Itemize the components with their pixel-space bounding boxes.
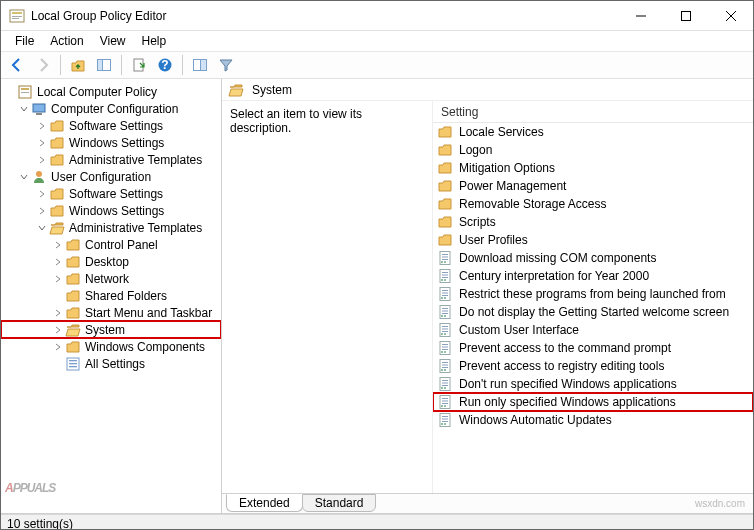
chevron-down-icon[interactable] <box>17 102 31 116</box>
folder-icon <box>437 178 453 194</box>
svg-rect-64 <box>442 367 448 368</box>
list-item[interactable]: Restrict these programs from being launc… <box>433 285 753 303</box>
list-item[interactable]: Logon <box>433 141 753 159</box>
toolbar: ? <box>1 51 753 79</box>
list-item-label: Prevent access to the command prompt <box>459 341 671 355</box>
chevron-right-icon[interactable] <box>35 204 49 218</box>
help-button[interactable]: ? <box>153 53 177 77</box>
list-item[interactable]: Custom User Interface <box>433 321 753 339</box>
svg-rect-1 <box>12 12 22 14</box>
list-item[interactable]: Power Management <box>433 177 753 195</box>
list-item[interactable]: Run only specified Windows applications <box>433 393 753 411</box>
tree-uc-software-settings[interactable]: Software Settings <box>1 185 221 202</box>
tree-uc-windows-settings[interactable]: Windows Settings <box>1 202 221 219</box>
tree-label: Windows Settings <box>69 136 164 150</box>
list-item[interactable]: Don't run specified Windows applications <box>433 375 753 393</box>
tree-user-configuration[interactable]: User Configuration <box>1 168 221 185</box>
tab-extended[interactable]: Extended <box>226 494 303 512</box>
twisty-spacer <box>51 357 65 371</box>
tree-label: Start Menu and Taskbar <box>85 306 212 320</box>
chevron-down-icon[interactable] <box>3 85 17 99</box>
tree-root[interactable]: Local Computer Policy <box>1 83 221 100</box>
svg-rect-75 <box>442 401 448 402</box>
filter-button[interactable] <box>214 53 238 77</box>
list-item[interactable]: Download missing COM components <box>433 249 753 267</box>
back-button[interactable] <box>5 53 29 77</box>
list-item[interactable]: Do not display the Getting Started welco… <box>433 303 753 321</box>
chevron-down-icon[interactable] <box>17 170 31 184</box>
chevron-right-icon[interactable] <box>35 119 49 133</box>
list-item[interactable]: Removable Storage Access <box>433 195 753 213</box>
chevron-right-icon[interactable] <box>51 272 65 286</box>
maximize-button[interactable] <box>663 1 708 30</box>
svg-text:?: ? <box>161 58 168 72</box>
chevron-right-icon[interactable] <box>35 187 49 201</box>
svg-rect-56 <box>442 344 448 345</box>
window-title: Local Group Policy Editor <box>31 9 618 23</box>
list-item[interactable]: Century interpretation for Year 2000 <box>433 267 753 285</box>
list-item[interactable]: Locale Services <box>433 123 753 141</box>
chevron-right-icon[interactable] <box>51 323 65 337</box>
folder-open-icon <box>228 82 244 98</box>
svg-rect-32 <box>442 272 448 273</box>
list-item[interactable]: Prevent access to registry editing tools <box>433 357 753 375</box>
tree-start-menu-taskbar[interactable]: Start Menu and Taskbar <box>1 304 221 321</box>
tree-cc-windows-settings[interactable]: Windows Settings <box>1 134 221 151</box>
chevron-right-icon[interactable] <box>51 255 65 269</box>
tree-network[interactable]: Network <box>1 270 221 287</box>
folder-icon <box>437 124 453 140</box>
svg-rect-62 <box>442 362 448 363</box>
folder-icon <box>65 305 81 321</box>
details-pane-button[interactable] <box>188 53 212 77</box>
list-item[interactable]: Mitigation Options <box>433 159 753 177</box>
tree-shared-folders[interactable]: Shared Folders <box>1 287 221 304</box>
details-pane: System Select an item to view its descri… <box>222 79 753 513</box>
svg-rect-38 <box>442 290 448 291</box>
svg-point-59 <box>441 351 443 353</box>
folder-icon <box>49 186 65 202</box>
menu-file[interactable]: File <box>7 32 42 50</box>
list-item[interactable]: Scripts <box>433 213 753 231</box>
minimize-button[interactable] <box>618 1 663 30</box>
menu-view[interactable]: View <box>92 32 134 50</box>
tree-windows-components[interactable]: Windows Components <box>1 338 221 355</box>
export-list-button[interactable] <box>127 53 151 77</box>
list-item-label: Download missing COM components <box>459 251 656 265</box>
svg-rect-14 <box>201 60 207 71</box>
policy-icon <box>437 268 453 284</box>
list-item[interactable]: User Profiles <box>433 231 753 249</box>
tree-system[interactable]: System <box>1 321 221 338</box>
svg-point-65 <box>441 369 443 371</box>
tree-computer-configuration[interactable]: Computer Configuration <box>1 100 221 117</box>
tree-all-settings[interactable]: All Settings <box>1 355 221 372</box>
policy-icon <box>437 394 453 410</box>
forward-button[interactable] <box>31 53 55 77</box>
chevron-right-icon[interactable] <box>51 238 65 252</box>
chevron-right-icon[interactable] <box>51 340 65 354</box>
up-level-button[interactable] <box>66 53 90 77</box>
menu-action[interactable]: Action <box>42 32 91 50</box>
tree-cc-admin-templates[interactable]: Administrative Templates <box>1 151 221 168</box>
chevron-right-icon[interactable] <box>51 306 65 320</box>
show-hide-tree-button[interactable] <box>92 53 116 77</box>
settings-list[interactable]: Locale ServicesLogonMitigation OptionsPo… <box>433 123 753 493</box>
tab-standard[interactable]: Standard <box>302 494 377 512</box>
column-header-setting[interactable]: Setting <box>433 101 753 123</box>
chevron-right-icon[interactable] <box>35 153 49 167</box>
svg-rect-82 <box>442 421 448 422</box>
policy-tree[interactable]: Local Computer Policy Computer Configura… <box>1 83 221 372</box>
tree-uc-admin-templates[interactable]: Administrative Templates <box>1 219 221 236</box>
folder-icon <box>437 160 453 176</box>
tree-control-panel[interactable]: Control Panel <box>1 236 221 253</box>
toolbar-separator <box>121 55 122 75</box>
tree-cc-software-settings[interactable]: Software Settings <box>1 117 221 134</box>
chevron-down-icon[interactable] <box>35 221 49 235</box>
tree-label: Control Panel <box>85 238 158 252</box>
chevron-right-icon[interactable] <box>35 136 49 150</box>
list-item[interactable]: Prevent access to the command prompt <box>433 339 753 357</box>
menu-help[interactable]: Help <box>134 32 175 50</box>
tree-desktop[interactable]: Desktop <box>1 253 221 270</box>
main-area: Local Computer Policy Computer Configura… <box>1 79 753 514</box>
close-button[interactable] <box>708 1 753 30</box>
list-item[interactable]: Windows Automatic Updates <box>433 411 753 429</box>
